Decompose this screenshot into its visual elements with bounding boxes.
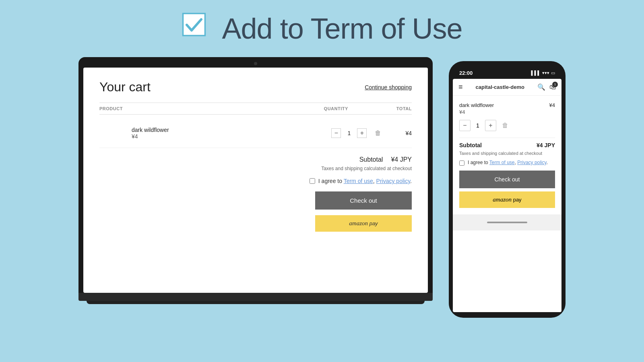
laptop-body: Your cart Continue shopping PRODUCT QUAN… [78, 57, 433, 293]
phone-screen: ≡ capital-castle-demo 🔍 🛍 1 [453, 79, 561, 312]
phone-increase-qty-button[interactable]: + [485, 120, 496, 131]
phone-nav-icons: 🔍 🛍 1 [537, 83, 556, 91]
phone-terms-label: I agree to Term of use, Privacy policy. [468, 160, 548, 165]
checkmark-icon [182, 12, 214, 45]
phone-status-bar: 22:00 ▌▌▌ ▾▾▾ ▭ [453, 67, 561, 79]
phone-body: 22:00 ▌▌▌ ▾▾▾ ▭ ≡ capital-castle-demo 🔍 … [449, 61, 566, 318]
quantity-controls: − 1 + 🗑 [331, 128, 381, 138]
terms-row: I agree to Term of use, Privacy policy. [310, 178, 412, 184]
laptop-base [78, 293, 433, 301]
increase-qty-button[interactable]: + [357, 128, 367, 138]
laptop-screen: Your cart Continue shopping PRODUCT QUAN… [83, 68, 428, 293]
col-quantity: QUANTITY [324, 106, 348, 111]
phone-checkout-button[interactable]: Check out [459, 171, 555, 188]
cart-header-row: Your cart Continue shopping [99, 80, 412, 95]
cart-title: Your cart [99, 80, 151, 95]
phone-item-price-tag: ¥4 [549, 102, 555, 108]
subtotal-section: Subtotal ¥4 JPY Taxes and shipping calcu… [99, 156, 412, 232]
phone-item-row: dark wildflower ¥4 ¥4 [459, 102, 555, 115]
col-product: PRODUCT [99, 106, 324, 111]
phone-terms-checkbox[interactable] [459, 160, 464, 166]
subtotal-row: Subtotal ¥4 JPY [359, 156, 412, 163]
page-header: Add to Term of Use [0, 0, 644, 53]
main-content: Your cart Continue shopping PRODUCT QUAN… [0, 57, 644, 318]
cart-icon[interactable]: 🛍 1 [549, 84, 556, 91]
home-indicator [487, 222, 527, 223]
col-total: TOTAL [396, 106, 412, 111]
item-price: ¥4 [132, 133, 331, 140]
terms-checkbox[interactable] [310, 178, 315, 184]
menu-icon[interactable]: ≡ [458, 83, 463, 91]
laptop-camera [254, 62, 257, 65]
signal-icon: ▌▌▌ [531, 70, 541, 75]
phone-amazon-label: amazon [493, 196, 512, 203]
phone-terms-row: I agree to Term of use, Privacy policy. [459, 160, 555, 166]
delete-item-button[interactable]: 🗑 [375, 130, 381, 137]
phone-status-icons: ▌▌▌ ▾▾▾ ▭ [531, 70, 555, 76]
phone-taxes-note: Taxes and shipping calculated at checkou… [459, 151, 555, 156]
wifi-icon: ▾▾▾ [542, 70, 549, 76]
phone-cart-body: dark wildflower ¥4 ¥4 − 1 + 🗑 [453, 96, 561, 214]
laptop-foot [87, 301, 425, 304]
battery-icon: ▭ [551, 70, 555, 76]
cart-item-row: dark wildflower ¥4 − 1 + 🗑 ¥4 [99, 119, 412, 148]
subtotal-value: ¥4 JPY [391, 156, 412, 163]
term-of-use-link[interactable]: Term of use [344, 178, 373, 184]
phone-item-subprice: ¥4 [459, 109, 494, 115]
phone-decrease-qty-button[interactable]: − [459, 120, 471, 131]
checkout-button[interactable]: Check out [315, 191, 412, 210]
phone-bottom-bar [453, 214, 561, 230]
phone-quantity-value: 1 [476, 122, 479, 129]
continue-shopping-link[interactable]: Continue shopping [365, 84, 412, 90]
item-name: dark wildflower [132, 127, 331, 133]
phone-mockup: 22:00 ▌▌▌ ▾▾▾ ▭ ≡ capital-castle-demo 🔍 … [449, 61, 566, 318]
taxes-note: Taxes and shipping calculated at checkou… [321, 166, 412, 171]
phone-item-name: dark wildflower [459, 102, 494, 108]
laptop-mockup: Your cart Continue shopping PRODUCT QUAN… [78, 57, 433, 304]
phone-quantity-controls: − 1 + 🗑 [459, 120, 555, 131]
phone-subtotal-value: ¥4 JPY [537, 142, 555, 148]
phone-subtotal-row: Subtotal ¥4 JPY [459, 142, 555, 148]
cart-columns: PRODUCT QUANTITY TOTAL [99, 103, 412, 115]
phone-divider [459, 138, 555, 138]
phone-item-info: dark wildflower ¥4 [459, 102, 494, 115]
quantity-value: 1 [345, 130, 353, 136]
phone-privacy-policy-link[interactable]: Privacy policy [517, 160, 546, 165]
phone-time: 22:00 [459, 70, 473, 76]
terms-label: I agree to Term of use, Privacy policy. [318, 178, 412, 184]
cart-badge: 1 [552, 82, 558, 87]
page-title: Add to Term of Use [222, 12, 462, 45]
search-icon[interactable]: 🔍 [537, 83, 545, 91]
amazon-pay-label: amazon [349, 220, 368, 226]
amazon-pay-button[interactable]: amazon pay [315, 215, 412, 232]
privacy-policy-link[interactable]: Privacy policy [376, 178, 411, 184]
subtotal-label: Subtotal [359, 156, 383, 163]
phone-term-of-use-link[interactable]: Term of use [489, 160, 515, 165]
decrease-qty-button[interactable]: − [331, 128, 341, 138]
phone-amazon-pay-button[interactable]: amazon pay [459, 191, 555, 208]
item-total: ¥4 [405, 130, 412, 136]
phone-nav: ≡ capital-castle-demo 🔍 🛍 1 [453, 79, 561, 96]
item-info: dark wildflower ¥4 [99, 127, 331, 140]
phone-pay-label: pay [513, 197, 522, 203]
store-name: capital-castle-demo [463, 84, 537, 90]
phone-delete-button[interactable]: 🗑 [502, 122, 508, 129]
pay-label: pay [369, 220, 378, 226]
phone-subtotal-label: Subtotal [459, 142, 482, 148]
